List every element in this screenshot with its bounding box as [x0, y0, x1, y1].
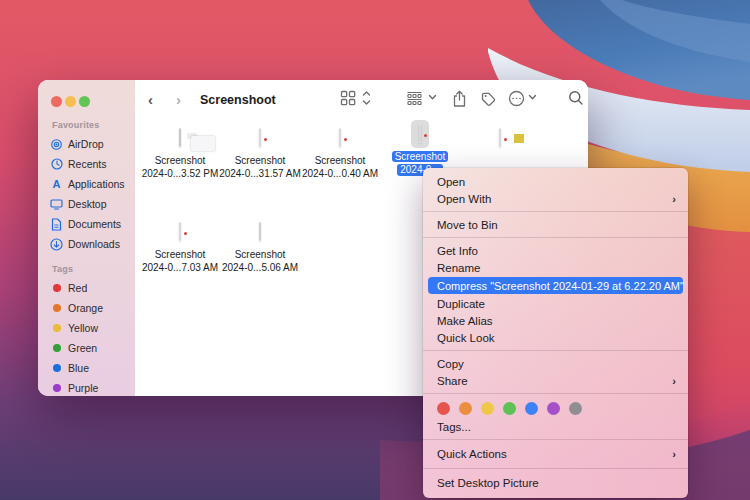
menu-item-open-with[interactable]: Open With›: [423, 190, 688, 207]
sidebar-tag-blue[interactable]: Blue: [50, 359, 89, 377]
menu-item-quick-actions[interactable]: Quick Actions›: [423, 444, 688, 464]
menu-item-get-info[interactable]: Get Info: [423, 242, 688, 259]
menu-divider: [423, 211, 688, 212]
sidebar-tag-green[interactable]: Green: [50, 339, 97, 357]
file-thumbnail: [179, 222, 181, 241]
sidebar-item-airdrop[interactable]: AirDrop: [50, 135, 104, 153]
blue-tag-dot: [53, 364, 61, 372]
airdrop-icon: [50, 138, 63, 151]
file-item[interactable]: Screenshot2024-0...7.03 AM: [135, 218, 225, 274]
desktop-icon: [50, 198, 63, 211]
sidebar-item-label: Recents: [68, 158, 107, 170]
sidebar-item-label: Downloads: [68, 238, 120, 250]
sidebar-tag-orange[interactable]: Orange: [50, 299, 103, 317]
back-button[interactable]: ‹: [148, 91, 153, 109]
file-label: Screenshot2024-0...3.52 PM: [135, 155, 225, 180]
sidebar: Favourites AirDrop Recents A Application…: [38, 80, 135, 396]
sidebar-tag-label: Green: [68, 342, 97, 354]
green-tag-dot: [53, 344, 61, 352]
menu-item-copy[interactable]: Copy: [423, 355, 688, 372]
menu-divider: [423, 468, 688, 469]
favourites-header: Favourites: [52, 120, 100, 130]
submenu-chevron-icon: ›: [672, 448, 676, 460]
sidebar-tag-yellow[interactable]: Yellow: [50, 319, 98, 337]
file-item[interactable]: [455, 124, 545, 152]
sidebar-item-label: AirDrop: [68, 138, 104, 150]
applications-icon: A: [50, 178, 63, 191]
more-actions-button[interactable]: [508, 90, 525, 107]
sidebar-item-label: Desktop: [68, 198, 107, 210]
menu-divider: [423, 350, 688, 351]
sidebar-item-desktop[interactable]: Desktop: [50, 195, 107, 213]
file-thumbnail: [499, 128, 501, 147]
document-icon: [50, 218, 63, 231]
desktop: { "desktop": { "wallpaper_colors": { "to…: [0, 0, 750, 500]
menu-item-set-desktop-picture[interactable]: Set Desktop Picture: [423, 473, 688, 492]
gray-tag-swatch[interactable]: [569, 402, 582, 415]
file-thumbnail: [259, 222, 261, 241]
tags-header: Tags: [52, 264, 73, 274]
tag-button[interactable]: [480, 91, 497, 107]
zoom-button[interactable]: [79, 96, 90, 107]
yellow-tag-dot: [53, 324, 61, 332]
group-by-button[interactable]: [406, 90, 423, 107]
menu-divider: [423, 439, 688, 440]
menu-item-open[interactable]: Open: [423, 173, 688, 190]
file-item[interactable]: Screenshot2024-0...31.57 AM: [215, 124, 305, 180]
share-button[interactable]: [452, 90, 467, 108]
menu-item-move-to-bin[interactable]: Move to Bin: [423, 216, 688, 233]
sidebar-item-label: Documents: [68, 218, 121, 230]
file-item[interactable]: Screenshot2024-0...5.06 AM: [215, 218, 305, 274]
menu-item-compress[interactable]: Compress "Screenshot 2024-01-29 at 6.22.…: [428, 277, 683, 294]
menu-item-tags[interactable]: Tags...: [423, 418, 688, 435]
file-item[interactable]: Screenshot2024-0...3.52 PM: [135, 124, 225, 180]
search-icon[interactable]: [568, 90, 584, 106]
menu-divider: [423, 393, 688, 394]
close-button[interactable]: [51, 96, 62, 107]
download-icon: [50, 238, 63, 251]
sidebar-tag-label: Blue: [68, 362, 89, 374]
sidebar-tag-red[interactable]: Red: [50, 279, 87, 297]
sidebar-tag-label: Yellow: [68, 322, 98, 334]
file-thumbnail: [419, 124, 421, 143]
sidebar-item-label: Applications: [68, 178, 125, 190]
menu-item-duplicate[interactable]: Duplicate: [423, 295, 688, 312]
window-title: Screenshoot: [200, 93, 276, 107]
sidebar-tag-purple[interactable]: Purple: [50, 379, 98, 396]
purple-tag-dot: [53, 384, 61, 392]
group-chevron-down-icon: [428, 94, 437, 101]
tag-color-row: [423, 398, 688, 418]
green-tag-swatch[interactable]: [503, 402, 516, 415]
purple-tag-swatch[interactable]: [547, 402, 560, 415]
menu-item-make-alias[interactable]: Make Alias: [423, 312, 688, 329]
context-menu: Open Open With› Move to Bin Get Info Ren…: [423, 168, 688, 498]
yellow-tag-swatch[interactable]: [481, 402, 494, 415]
menu-item-rename[interactable]: Rename: [423, 259, 688, 276]
more-chevron-down-icon: [528, 94, 537, 101]
sidebar-item-applications[interactable]: A Applications: [50, 175, 125, 193]
file-label: Screenshot2024-0...5.06 AM: [215, 249, 305, 274]
sidebar-tag-label: Red: [68, 282, 87, 294]
minimize-button[interactable]: [65, 96, 76, 107]
sidebar-tag-label: Orange: [68, 302, 103, 314]
clock-icon: [50, 158, 63, 171]
icon-view-button[interactable]: [340, 90, 357, 107]
submenu-chevron-icon: ›: [672, 193, 676, 205]
file-item[interactable]: Screenshot2024-0...0.40 AM: [295, 124, 385, 180]
sidebar-item-documents[interactable]: Documents: [50, 215, 121, 233]
view-sort-chevrons-icon[interactable]: [362, 89, 371, 107]
orange-tag-swatch[interactable]: [459, 402, 472, 415]
sidebar-item-recents[interactable]: Recents: [50, 155, 107, 173]
menu-item-quick-look[interactable]: Quick Look: [423, 329, 688, 346]
forward-button[interactable]: ›: [176, 91, 181, 109]
red-tag-swatch[interactable]: [437, 402, 450, 415]
blue-tag-swatch[interactable]: [525, 402, 538, 415]
menu-item-share[interactable]: Share›: [423, 372, 688, 389]
file-thumbnail: [179, 128, 181, 147]
sidebar-item-downloads[interactable]: Downloads: [50, 235, 120, 253]
submenu-chevron-icon: ›: [672, 375, 676, 387]
orange-tag-dot: [53, 304, 61, 312]
file-thumbnail: [259, 128, 261, 147]
file-thumbnail: [339, 128, 341, 147]
red-tag-dot: [53, 284, 61, 292]
